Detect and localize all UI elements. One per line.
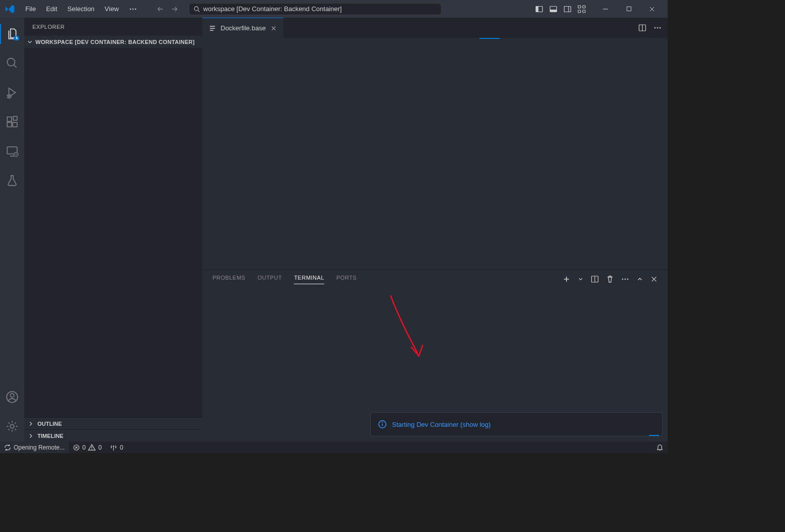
status-errors-count: 0 (82, 444, 86, 451)
menu-edit[interactable]: Edit (42, 3, 61, 15)
trash-icon[interactable] (606, 275, 614, 283)
status-problems[interactable]: 0 0 (69, 441, 106, 453)
close-window-button[interactable] (640, 0, 664, 18)
svg-point-28 (657, 27, 659, 29)
activity-settings-icon[interactable] (0, 416, 24, 436)
svg-point-3 (194, 7, 198, 11)
svg-point-25 (10, 424, 14, 428)
menu-more-icon[interactable] (125, 3, 141, 15)
tab-label: Dockerfile.base (221, 24, 266, 32)
svg-point-15 (7, 58, 15, 66)
info-icon (378, 420, 387, 429)
toggle-secondary-sidebar-icon[interactable] (563, 5, 572, 13)
tab-bar: Dockerfile.base (202, 18, 668, 38)
panel-tab-problems[interactable]: PROBLEMS (212, 275, 245, 284)
activity-search-icon[interactable] (0, 53, 24, 73)
panel-tabs: PROBLEMS OUTPUT TERMINAL PORTS (202, 270, 668, 288)
svg-rect-19 (13, 122, 17, 127)
chevron-up-icon[interactable] (636, 276, 643, 283)
explorer-sidebar: EXPLORER WORKSPACE [DEV CONTAINER: BACKE… (24, 18, 202, 441)
menu-file[interactable]: File (21, 3, 40, 15)
notification-link[interactable]: Starting Dev Container (show log) (392, 421, 491, 428)
chevron-right-icon (27, 432, 34, 439)
activity-accounts-icon[interactable] (0, 387, 24, 407)
workspace-folder-header[interactable]: WORKSPACE [DEV CONTAINER: BACKEND CONTAI… (24, 36, 202, 48)
workspace-folder-label: WORKSPACE [DEV CONTAINER: BACKEND CONTAI… (35, 39, 195, 45)
status-notifications[interactable] (652, 441, 668, 453)
toggle-panel-icon[interactable] (549, 5, 557, 13)
minimize-button[interactable] (594, 0, 617, 18)
svg-point-29 (660, 27, 661, 29)
bottom-panel: PROBLEMS OUTPUT TERMINAL PORTS (202, 270, 668, 441)
chevron-down-icon[interactable] (578, 276, 584, 282)
activity-remote-explorer-icon[interactable] (0, 141, 24, 161)
panel-tab-output[interactable]: OUTPUT (257, 275, 282, 284)
nav-buttons (156, 5, 179, 13)
more-actions-icon[interactable] (621, 275, 629, 283)
activity-extensions-icon[interactable] (0, 112, 24, 132)
main-menu: File Edit Selection View (21, 3, 141, 15)
svg-rect-12 (583, 10, 585, 13)
activity-testing-icon[interactable] (0, 170, 24, 191)
customize-layout-icon[interactable] (578, 5, 586, 13)
main-area: EXPLORER WORKSPACE [DEV CONTAINER: BACKE… (0, 18, 668, 441)
svg-rect-18 (7, 122, 12, 127)
timeline-section[interactable]: TIMELINE (24, 429, 202, 441)
tab-dockerfile[interactable]: Dockerfile.base (202, 18, 283, 38)
maximize-button[interactable] (617, 0, 640, 18)
toast-progress (649, 435, 659, 436)
close-panel-icon[interactable] (650, 276, 658, 283)
status-warnings-count: 0 (98, 444, 102, 451)
window-controls (594, 0, 664, 18)
status-ports-count: 0 (120, 444, 123, 451)
nav-back-icon[interactable] (156, 5, 164, 13)
activity-bar (0, 18, 24, 441)
search-icon (193, 6, 200, 13)
file-lines-icon (208, 24, 216, 32)
command-center-search[interactable]: workspace [Dev Container: Backend Contai… (189, 3, 442, 15)
outline-section[interactable]: OUTLINE (24, 417, 202, 429)
error-icon (73, 444, 80, 451)
panel-tab-terminal[interactable]: TERMINAL (294, 275, 324, 284)
editor-actions (638, 18, 668, 38)
activity-explorer-icon[interactable] (0, 24, 24, 44)
split-terminal-icon[interactable] (591, 275, 599, 283)
svg-point-32 (625, 279, 626, 280)
new-terminal-icon[interactable] (562, 275, 571, 283)
titlebar: File Edit Selection View workspace [Dev … (0, 0, 668, 18)
notification-toast[interactable]: Starting Dev Container (show log) (370, 412, 663, 436)
split-editor-icon[interactable] (638, 24, 646, 32)
panel-tab-ports[interactable]: PORTS (336, 275, 357, 284)
status-remote-label: Opening Remote... (14, 444, 65, 451)
svg-rect-7 (550, 10, 557, 12)
more-actions-icon[interactable] (653, 24, 662, 32)
nav-forward-icon[interactable] (170, 5, 179, 13)
menu-selection[interactable]: Selection (63, 3, 98, 15)
activity-run-debug-icon[interactable] (0, 82, 24, 103)
status-bar: Opening Remote... 0 0 0 (0, 441, 668, 453)
svg-rect-17 (7, 117, 12, 121)
svg-point-31 (622, 279, 624, 280)
vscode-logo-icon (4, 3, 16, 15)
svg-point-1 (132, 8, 134, 10)
svg-point-33 (627, 279, 629, 280)
toggle-primary-sidebar-icon[interactable] (535, 5, 543, 13)
explorer-tree[interactable] (24, 48, 202, 417)
svg-point-38 (113, 446, 114, 447)
status-remote[interactable]: Opening Remote... (0, 441, 69, 453)
chevron-right-icon (27, 420, 34, 427)
menu-view[interactable]: View (101, 3, 123, 15)
svg-point-0 (129, 8, 131, 10)
status-ports[interactable]: 0 (106, 441, 127, 453)
svg-rect-10 (583, 6, 585, 8)
close-tab-icon[interactable] (270, 25, 277, 32)
svg-rect-13 (627, 7, 631, 11)
explorer-title: EXPLORER (24, 18, 202, 36)
editor-area: Dockerfile.base PROBLEMS OUTPUT TERMINAL… (202, 18, 668, 441)
panel-actions (562, 275, 658, 283)
sync-icon (4, 444, 11, 451)
svg-rect-8 (564, 6, 571, 12)
editor-body[interactable] (202, 38, 668, 270)
terminal-body[interactable]: Starting Dev Container (show log) (202, 288, 668, 441)
svg-rect-5 (536, 6, 539, 12)
